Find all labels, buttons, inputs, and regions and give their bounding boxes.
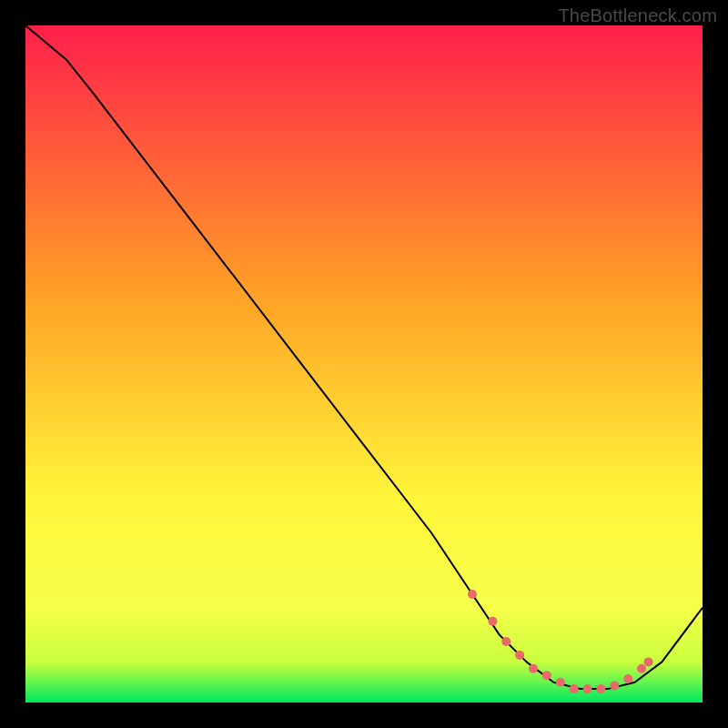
- trough-marker: [623, 674, 632, 683]
- trough-marker: [468, 590, 477, 599]
- trough-marker: [637, 664, 646, 673]
- trough-marker: [488, 617, 497, 626]
- trough-marker: [610, 681, 619, 690]
- chart-gradient-bg: [25, 25, 703, 703]
- trough-marker: [570, 684, 579, 693]
- trough-marker: [596, 684, 605, 693]
- trough-marker: [583, 684, 592, 693]
- trough-marker: [529, 664, 538, 673]
- chart-surface: [25, 25, 703, 703]
- trough-marker: [515, 651, 524, 660]
- trough-marker: [542, 671, 551, 680]
- bottleneck-chart: [25, 25, 703, 703]
- trough-marker: [644, 657, 653, 666]
- watermark-text: TheBottleneck.com: [558, 5, 717, 26]
- trough-marker: [556, 678, 565, 687]
- trough-marker: [501, 637, 511, 646]
